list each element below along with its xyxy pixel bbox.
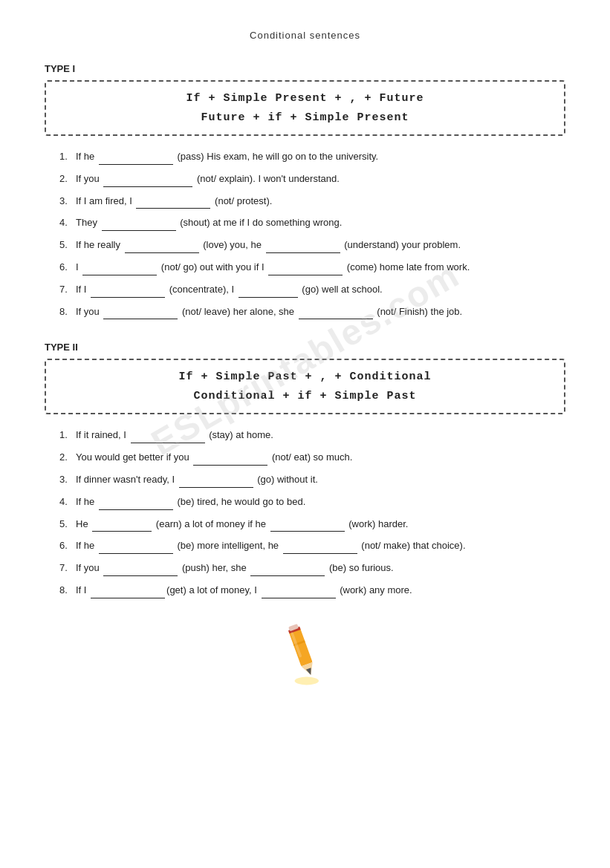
ex-num: 4. xyxy=(59,495,76,510)
ex-num: 1. xyxy=(59,428,76,443)
ex-content: He (earn) a lot of money if he (work) ha… xyxy=(76,517,565,532)
ex-num: 5. xyxy=(59,238,76,253)
type1-ex-5: 5. If he really (love) you, he (understa… xyxy=(59,238,565,253)
ex-num: 8. xyxy=(59,304,76,320)
ex-num: 3. xyxy=(59,472,76,488)
type2-formula-box: If + Simple Past + , + Conditional Condi… xyxy=(45,359,565,414)
blank xyxy=(82,265,157,275)
type2-ex-2: 2. You would get better if you (not/ eat… xyxy=(59,450,565,466)
ex-num: 7. xyxy=(59,561,76,576)
ex-content: If I (concentrate), I (go) well at schoo… xyxy=(76,282,565,298)
ex-content: If you (not/ explain). I won't understan… xyxy=(76,172,565,187)
ex-content: If he (be) more intelligent, he (not/ ma… xyxy=(76,538,565,554)
type2-label: TYPE II xyxy=(45,342,565,353)
ex-content: If he (be) tired, he would go to bed. xyxy=(76,495,565,510)
type1-ex-3: 3. If I am fired, I (not/ protest). xyxy=(59,194,565,209)
type1-ex-6: 6. I (not/ go) out with you if I (come) … xyxy=(59,260,565,275)
ex-content: I (not/ go) out with you if I (come) hom… xyxy=(76,260,565,275)
pencil-icon xyxy=(276,621,335,688)
blank xyxy=(125,243,199,253)
ex-content: If dinner wasn't ready, I (go) without i… xyxy=(76,472,565,488)
type1-ex-4: 4. They (shout) at me if I do something … xyxy=(59,215,565,231)
blank xyxy=(103,309,178,319)
type2-exercises: 1. If it rained, I (stay) at home. 2. Yo… xyxy=(45,428,565,598)
blank xyxy=(99,154,173,165)
ex-num: 2. xyxy=(59,172,76,187)
blank xyxy=(299,309,373,319)
type2-formula-line1: If + Simple Past + , + Conditional xyxy=(58,368,552,387)
type1-formula-line1: If + Simple Present + , + Future xyxy=(58,89,552,108)
type1-label: TYPE I xyxy=(45,63,565,74)
blank xyxy=(179,477,253,488)
pencil-illustration xyxy=(45,621,565,688)
blank xyxy=(239,287,298,298)
ex-num: 7. xyxy=(59,282,76,298)
page-title: Conditional sentences xyxy=(45,30,565,41)
type1-formula-box: If + Simple Present + , + Future Future … xyxy=(45,80,565,136)
ex-content: They (shout) at me if I do something wro… xyxy=(76,215,565,231)
blank xyxy=(92,521,152,532)
ex-content: If I (get) a lot of money, I (work) any … xyxy=(76,583,565,598)
type2-ex-6: 6. If he (be) more intelligent, he (not/… xyxy=(59,538,565,554)
ex-num: 3. xyxy=(59,194,76,209)
type1-ex-2: 2. If you (not/ explain). I won't unders… xyxy=(59,172,565,187)
blank xyxy=(103,177,192,187)
type1-ex-1: 1. If he (pass) His exam, he will go on … xyxy=(59,149,565,165)
ex-num: 6. xyxy=(59,260,76,275)
ex-num: 5. xyxy=(59,517,76,532)
type2-ex-3: 3. If dinner wasn't ready, I (go) withou… xyxy=(59,472,565,488)
type2-ex-8: 8. If I (get) a lot of money, I (work) a… xyxy=(59,583,565,598)
ex-content: If it rained, I (stay) at home. xyxy=(76,428,565,443)
blank xyxy=(136,198,210,209)
blank xyxy=(283,544,357,554)
type1-formula-line2: Future + if + Simple Present xyxy=(58,108,552,128)
ex-content: If he really (love) you, he (understand)… xyxy=(76,238,565,253)
ex-num: 6. xyxy=(59,538,76,554)
ex-num: 8. xyxy=(59,583,76,598)
blank xyxy=(99,544,173,554)
type2-formula-line2: Conditional + if + Simple Past xyxy=(58,387,552,406)
blank xyxy=(103,566,178,576)
ex-content: You would get better if you (not/ eat) s… xyxy=(76,450,565,466)
type2-ex-5: 5. He (earn) a lot of money if he (work)… xyxy=(59,517,565,532)
type2-ex-7: 7. If you (push) her, she (be) so furiou… xyxy=(59,561,565,576)
type1-section: TYPE I If + Simple Present + , + Future … xyxy=(45,63,565,319)
blank xyxy=(99,500,173,510)
ex-num: 1. xyxy=(59,149,76,165)
svg-point-7 xyxy=(294,676,318,685)
blank xyxy=(131,433,205,443)
type2-ex-4: 4. If he (be) tired, he would go to bed. xyxy=(59,495,565,510)
type2-section: TYPE II If + Simple Past + , + Condition… xyxy=(45,342,565,598)
blank xyxy=(91,588,165,598)
blank xyxy=(250,566,325,576)
ex-content: If he (pass) His exam, he will go on to … xyxy=(76,149,565,165)
blank xyxy=(193,455,267,466)
ex-content: If I am fired, I (not/ protest). xyxy=(76,194,565,209)
ex-content: If you (not/ leave) her alone, she (not/… xyxy=(76,304,565,320)
type1-ex-7: 7. If I (concentrate), I (go) well at sc… xyxy=(59,282,565,298)
blank xyxy=(268,265,343,275)
type1-ex-8: 8. If you (not/ leave) her alone, she (n… xyxy=(59,304,565,320)
ex-content: If you (push) her, she (be) so furious. xyxy=(76,561,565,576)
ex-num: 4. xyxy=(59,215,76,231)
blank xyxy=(91,287,165,298)
blank xyxy=(102,221,176,231)
blank xyxy=(266,243,340,253)
blank xyxy=(270,521,345,532)
blank xyxy=(262,588,336,598)
type1-exercises: 1. If he (pass) His exam, he will go on … xyxy=(45,149,565,319)
ex-num: 2. xyxy=(59,450,76,466)
type2-ex-1: 1. If it rained, I (stay) at home. xyxy=(59,428,565,443)
